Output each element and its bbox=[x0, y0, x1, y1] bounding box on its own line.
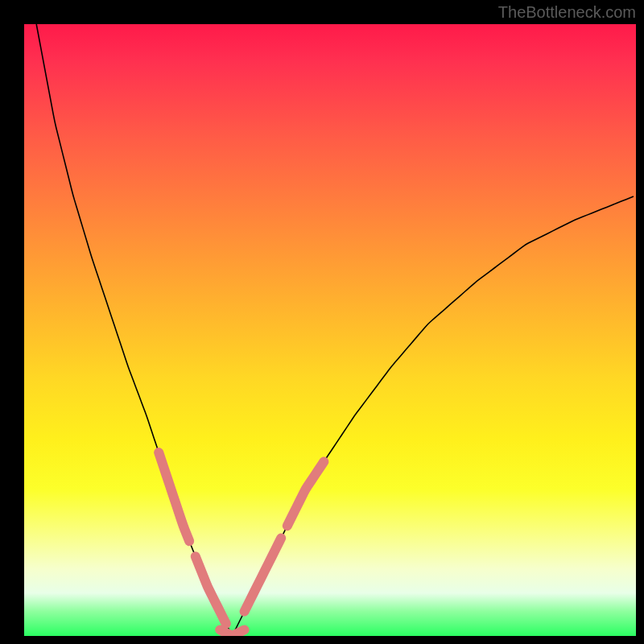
watermark-text: TheBottleneck.com bbox=[498, 3, 636, 22]
right-branch-curve bbox=[232, 196, 634, 636]
left-branch-curve bbox=[36, 24, 232, 636]
seg-bottom bbox=[220, 630, 244, 635]
seg-right-lower bbox=[245, 538, 282, 611]
seg-right-upper bbox=[287, 461, 324, 526]
curve-layer bbox=[24, 24, 636, 636]
plot-area bbox=[24, 24, 636, 636]
highlight-group bbox=[159, 452, 324, 636]
chart-container: TheBottleneck.com bbox=[0, 0, 644, 644]
seg-left-upper bbox=[159, 452, 189, 541]
seg-left-lower bbox=[196, 556, 226, 624]
